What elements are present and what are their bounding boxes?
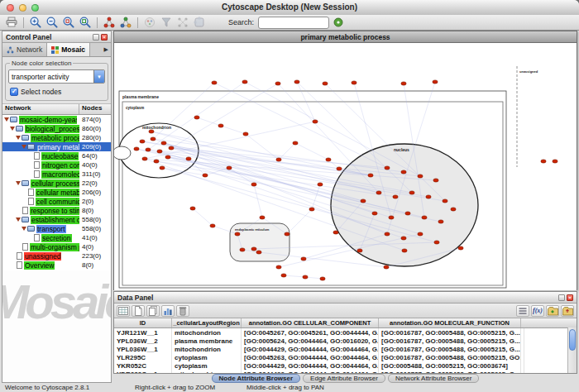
table-row[interactable]: YJR121W__1mitochondrion[GO:0045267, GO:0… [114, 328, 567, 337]
search-options-icon[interactable] [331, 16, 346, 30]
tree-item-metabolic-process[interactable]: metabolic process280(0) [2, 133, 111, 142]
network-node[interactable] [352, 81, 356, 84]
tab-network-attribute-browser[interactable]: Network Attribute Browser [388, 374, 479, 383]
tree-expand-icon[interactable] [22, 145, 26, 149]
cell[interactable]: YPL036W__1 [114, 345, 172, 353]
network-node[interactable] [418, 174, 423, 178]
network-node[interactable] [422, 216, 427, 219]
network-node[interactable] [401, 237, 406, 240]
network-node[interactable] [293, 141, 298, 145]
network-node[interactable] [142, 157, 147, 160]
network-node[interactable] [361, 199, 366, 203]
network-node[interactable] [372, 212, 377, 215]
network-node[interactable] [194, 116, 199, 119]
network-node[interactable] [251, 247, 256, 251]
tree-item-unassigned[interactable]: unassigned223(0) [2, 251, 111, 261]
tree-item-multi-organism-pro[interactable]: multi-organism pro4(0) [2, 242, 111, 251]
attribute-list-icon[interactable] [516, 305, 529, 317]
network-node[interactable] [409, 191, 414, 194]
layout-icon[interactable] [175, 16, 190, 30]
cell[interactable]: [GO:0016787, GO:0005488, GO:0005215, G..… [379, 345, 521, 353]
tree-item-nitrogen-compo[interactable]: nitrogen compo40(0) [2, 160, 111, 170]
network-node[interactable] [285, 232, 290, 236]
network-node[interactable] [541, 160, 546, 163]
cell[interactable]: mitochondrion [172, 345, 242, 353]
plugin-icon[interactable] [192, 16, 207, 30]
vizmapper-icon[interactable] [142, 16, 157, 30]
cell[interactable]: YPL036W__2 [114, 337, 172, 345]
tree-expand-icon[interactable] [4, 117, 9, 122]
network-node[interactable] [333, 231, 338, 234]
column-header-id[interactable]: ID [114, 318, 172, 327]
cell[interactable]: [GO:0005488, GO:0005215, GO:0003674] [379, 361, 521, 370]
close-panel-icon[interactable]: × [101, 34, 108, 41]
cell[interactable]: [GO:0016787, GO:0005488, GO:0005215, G..… [379, 337, 521, 345]
tab-network[interactable]: Network [2, 43, 47, 56]
cell[interactable]: cytoplasm [172, 353, 242, 361]
network-node[interactable] [134, 147, 139, 151]
cell[interactable]: [GO:0044429, GO:0044444, GO:0044464, G..… [242, 370, 379, 373]
column-header-annotation-go-molecular-function[interactable]: annotation.GO MOLECULAR_FUNCTION [379, 318, 521, 327]
network-node[interactable] [218, 124, 223, 127]
network-node[interactable] [260, 216, 265, 219]
table-row[interactable]: YDR039C__1mitochondrion[GO:0044429, GO:0… [114, 370, 567, 373]
network-node[interactable] [227, 166, 232, 170]
network-node[interactable] [393, 195, 398, 198]
network-node[interactable] [389, 216, 394, 219]
tree-expand-icon[interactable] [16, 136, 21, 140]
network-node[interactable] [320, 277, 325, 280]
network-node[interactable] [368, 174, 373, 177]
network-node[interactable] [385, 232, 390, 236]
network-node[interactable] [376, 191, 381, 194]
network-node[interactable] [294, 80, 299, 84]
column-header-annotation-go-cellular-component[interactable]: annotation.GO CELLULAR_COMPONENT [242, 318, 379, 327]
network-node[interactable] [242, 80, 247, 84]
network-node[interactable] [157, 150, 162, 153]
tree-item-nucleobase[interactable]: nucleobase64(0) [2, 151, 111, 160]
network-node[interactable] [186, 157, 191, 160]
network-node[interactable] [190, 207, 195, 210]
cell[interactable]: [GO:0016787, GO:0005488, GO:0005215, G..… [379, 328, 521, 337]
network-node[interactable] [240, 248, 245, 251]
network-node[interactable] [160, 166, 165, 170]
zoom-fit-icon[interactable] [78, 16, 93, 30]
cell[interactable]: YDR039C__1 [114, 370, 172, 373]
new-attribute-icon[interactable] [132, 305, 145, 317]
cell[interactable]: [GO:0045263, GO:0044444, GO:0044464, G..… [242, 353, 379, 361]
network-overview-icon[interactable] [118, 16, 133, 30]
network-node[interactable] [161, 141, 166, 145]
cell[interactable]: YLR295C [114, 353, 172, 361]
network-node[interactable] [281, 274, 286, 277]
tree-item-cellular-metabo[interactable]: cellular metabo206(0) [2, 188, 111, 197]
tree-expand-icon[interactable] [10, 127, 15, 131]
network-node[interactable] [212, 81, 217, 84]
tree-item-biological-process[interactable]: biological_process860(0) [2, 124, 111, 133]
node-color-dropdown[interactable]: transporter activity ▼ [8, 69, 105, 84]
tree-item-transport[interactable]: transport558(0) [2, 224, 111, 233]
tree-item-cellular-process[interactable]: cellular process22(0) [2, 179, 111, 188]
tree-item-overview[interactable]: Overview8(0) [2, 261, 111, 270]
tree-column-network[interactable]: Network [2, 104, 79, 114]
network-node[interactable] [323, 82, 328, 85]
tree-item-secretion[interactable]: secretion41(0) [2, 233, 111, 242]
filter-icon[interactable] [159, 16, 174, 30]
network-node[interactable] [243, 132, 248, 136]
zoom-out-icon[interactable] [45, 16, 60, 30]
tree-item-response-to-stimul[interactable]: response to stimul8(0) [2, 206, 111, 215]
network-node[interactable] [357, 249, 362, 252]
network-node[interactable] [154, 160, 159, 163]
tab-node-attribute-browser[interactable]: Node Attribute Browser [212, 374, 301, 383]
network-node[interactable] [385, 166, 390, 170]
tab-edge-attribute-browser[interactable]: Edge Attribute Browser [303, 374, 385, 383]
network-node[interactable] [165, 155, 170, 159]
network-node[interactable] [405, 212, 410, 215]
network-node[interactable] [433, 80, 438, 84]
attribute-chart-icon[interactable] [161, 305, 175, 317]
tree-item-primary-metabolic-process[interactable]: primary metabolic process209(0) [2, 142, 111, 151]
table-row[interactable]: YLR295Ccytoplasm[GO:0045263, GO:0044444,… [114, 353, 567, 361]
scrollbar-thumb[interactable] [569, 329, 576, 351]
column-header-cellularlayoutregion[interactable]: _cellularLayoutRegion [172, 318, 242, 327]
cell[interactable]: cytoplasm [172, 361, 242, 370]
network-node[interactable] [433, 179, 438, 182]
network-node[interactable] [203, 174, 208, 177]
